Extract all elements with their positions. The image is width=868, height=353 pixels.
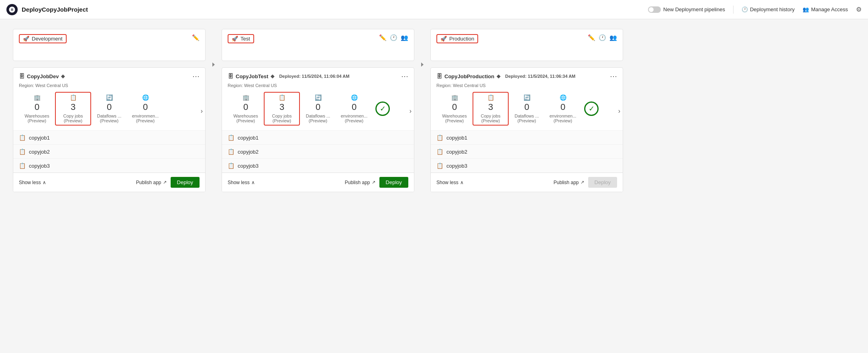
stage-footer-development: Show less ∧ Publish app ↗ Deploy (13, 172, 205, 192)
stats-nav-right-production[interactable]: › (618, 108, 620, 115)
edit-icon[interactable]: ✏️ (588, 34, 595, 41)
item-icon-test-1: 📋 (228, 148, 234, 155)
toggle-knob (649, 7, 654, 12)
diamond-icon-test: ◆ (271, 73, 274, 79)
show-less-btn-production[interactable]: Show less ∧ (436, 180, 464, 185)
publish-btn-production[interactable]: Publish app ↗ (554, 180, 584, 185)
card-title-test: CopyJobTest (236, 73, 268, 79)
item-label-test-0: copyjob1 (238, 135, 259, 141)
stage-name-production: Production (449, 36, 474, 42)
item-icon-test-2: 📋 (228, 162, 234, 169)
new-deployment-label: New Deployment pipelines (663, 6, 725, 12)
stage-header-actions-development: ✏️ (192, 34, 200, 41)
db-icon-test: 🗄 (228, 73, 233, 79)
users-icon: 👥 (803, 6, 809, 12)
detail-header-production: 🗄 CopyJobProduction ◆ Deployed: 11/5/202… (431, 68, 623, 83)
stage-label-development: 🚀 Development (19, 34, 67, 43)
db-icon-development: 🗄 (19, 73, 24, 79)
edit-icon[interactable]: ✏️ (379, 34, 387, 41)
more-btn-test[interactable]: ⋯ (401, 73, 408, 80)
users-icon[interactable]: 👥 (609, 34, 617, 41)
settings-icon[interactable]: ⚙ (856, 6, 862, 13)
edit-icon[interactable]: ✏️ (192, 34, 200, 41)
more-btn-development[interactable]: ⋯ (192, 73, 200, 80)
stage-header-actions-test: ✏️🕐👥 (379, 34, 408, 41)
toggle-switch[interactable] (648, 6, 661, 13)
show-less-label-development: Show less (19, 180, 41, 185)
stage-header-production: 🚀 Production ✏️🕐👥 (430, 29, 623, 61)
stat-count-production-3: 0 (560, 102, 565, 112)
stage-footer-test: Show less ∧ Publish app ↗ Deploy (222, 172, 414, 192)
env-icon-production: 🚀 (440, 36, 447, 42)
list-item: 📋 copyjob2 (13, 145, 205, 159)
list-item: 📋 copyjob1 (13, 131, 205, 145)
stat-icon-production-1: 📋 (487, 94, 494, 101)
stat-item-production-2: 🔄 0 Dataflows ...(Preview) (509, 94, 545, 123)
stat-item-test-0: 🏢 0 Warehouses(Preview) (228, 94, 264, 123)
item-label-development-0: copyjob1 (29, 135, 50, 141)
stage-arrow (414, 29, 430, 68)
stage-detail-test: 🗄 CopyJobTest ◆ Deployed: 11/5/2024, 11:… (222, 67, 414, 192)
manage-access-btn[interactable]: 👥 Manage Access (803, 6, 848, 12)
users-icon[interactable]: 👥 (401, 34, 408, 41)
success-badge-test: ✓ (375, 101, 390, 116)
diamond-icon-production: ◆ (497, 73, 500, 79)
region-text-development: Region: West Central US (13, 83, 205, 92)
deployed-info-production: Deployed: 11/5/2024, 11:06:34 AM (505, 74, 575, 79)
publish-btn-test[interactable]: Publish app ↗ (345, 180, 375, 185)
stage-detail-development: 🗄 CopyJobDev ◆ ⋯ Region: West Central US… (13, 67, 206, 192)
new-deployment-toggle[interactable]: New Deployment pipelines (648, 6, 725, 13)
external-link-icon-development: ↗ (163, 180, 167, 185)
stat-icon-development-1: 📋 (70, 94, 77, 101)
chevron-up-icon-production: ∧ (460, 180, 464, 185)
stats-nav-right-development[interactable]: › (201, 108, 203, 115)
stage-header-development: 🚀 Development ✏️ (13, 29, 206, 61)
stage-development: 🚀 Development ✏️ 🗄 CopyJobDev ◆ ⋯ Region… (13, 29, 206, 192)
detail-header-development: 🗄 CopyJobDev ◆ ⋯ (13, 68, 205, 83)
stage-label-test: 🚀 Test (228, 34, 254, 43)
card-title-development: CopyJobDev (27, 73, 59, 79)
deployment-history-btn[interactable]: 🕐 Deployment history (742, 6, 795, 12)
history-icon: 🕐 (742, 6, 748, 12)
stat-icon-production-0: 🏢 (451, 94, 458, 101)
divider (733, 6, 734, 14)
stat-icon-production-2: 🔄 (524, 94, 530, 101)
stat-icon-test-1: 📋 (279, 94, 285, 101)
stage-header-actions-production: ✏️🕐👥 (588, 34, 617, 41)
publish-label-test: Publish app (345, 180, 370, 185)
stat-item-production-1: 📋 3 Copy jobs(Preview) (473, 92, 509, 126)
deploy-btn-production[interactable]: Deploy (588, 177, 617, 188)
publish-btn-development[interactable]: Publish app ↗ (136, 180, 167, 185)
stage-production: 🚀 Production ✏️🕐👥 🗄 CopyJobProduction ◆ … (430, 29, 623, 192)
item-label-production-1: copyjob2 (446, 149, 467, 155)
history-icon[interactable]: 🕐 (390, 34, 397, 41)
footer-actions-development: Publish app ↗ Deploy (136, 177, 200, 188)
stat-item-production-0: 🏢 0 Warehouses(Preview) (436, 94, 473, 123)
stat-count-development-3: 0 (143, 102, 148, 112)
publish-label-production: Publish app (554, 180, 579, 185)
stat-item-development-0: 🏢 0 Warehouses(Preview) (19, 94, 55, 123)
success-badge-production: ✓ (584, 101, 599, 116)
deploy-btn-test[interactable]: Deploy (379, 177, 408, 188)
stat-count-test-3: 0 (352, 102, 357, 112)
external-link-icon-test: ↗ (372, 180, 375, 185)
region-text-production: Region: West Central US (431, 83, 623, 92)
item-icon-production-2: 📋 (436, 162, 443, 169)
stat-label-test-3: environmen...(Preview) (341, 114, 368, 123)
stat-icon-development-0: 🏢 (34, 94, 41, 101)
show-less-btn-development[interactable]: Show less ∧ (19, 180, 46, 185)
stats-row-development: 🏢 0 Warehouses(Preview) 📋 3 Copy jobs(Pr… (13, 92, 205, 131)
stat-label-test-1: Copy jobs(Preview) (272, 114, 292, 123)
manage-access-label: Manage Access (811, 6, 848, 12)
env-icon-development: 🚀 (23, 36, 29, 42)
stat-count-development-0: 0 (35, 102, 39, 112)
more-btn-production[interactable]: ⋯ (610, 73, 617, 80)
top-bar-left: DeployCopyJobProject (6, 4, 88, 15)
history-icon[interactable]: 🕐 (599, 34, 606, 41)
item-icon-production-1: 📋 (436, 148, 443, 155)
stats-nav-right-test[interactable]: › (410, 108, 412, 115)
show-less-btn-test[interactable]: Show less ∧ (228, 180, 255, 185)
list-item: 📋 copyjob2 (431, 145, 623, 159)
deploy-btn-development[interactable]: Deploy (171, 177, 200, 188)
item-icon-development-2: 📋 (19, 162, 26, 169)
